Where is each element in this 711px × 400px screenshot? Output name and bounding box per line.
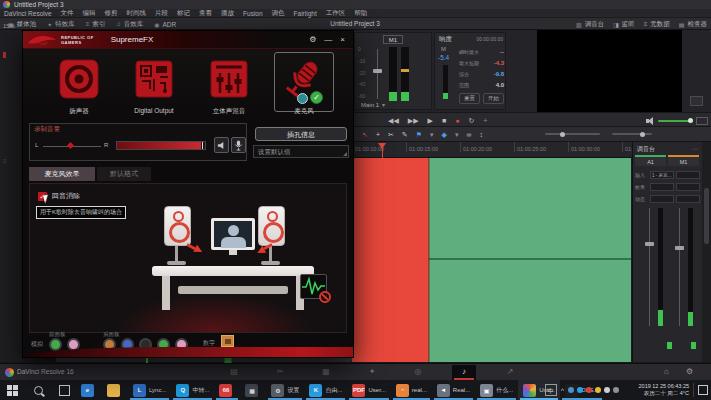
project-settings-icon[interactable]: ⚙ [686, 364, 693, 380]
panel-toggle-button[interactable]: ≡ 元数据 [644, 20, 670, 29]
toolbar-button[interactable]: ✦ 特效库 [47, 20, 75, 29]
channel-fader-handle[interactable] [675, 246, 684, 250]
start-button[interactable] [0, 380, 24, 400]
monitor-volume-handle[interactable] [688, 118, 693, 123]
settings-gear-icon[interactable]: ⚙ [309, 31, 316, 49]
home-icon[interactable]: ⌂ [664, 364, 669, 380]
timeline-tool-button[interactable]: ▾ [430, 127, 434, 142]
zoom-slider-v-handle[interactable] [640, 132, 645, 137]
menu-item[interactable]: 工作区 [326, 9, 346, 18]
mixer-cell[interactable] [650, 183, 674, 191]
timeline-tool-button[interactable]: ✎ [402, 127, 408, 142]
volume-slider[interactable] [116, 141, 206, 150]
tray-icon[interactable] [586, 387, 592, 393]
timeline-tool-button[interactable]: + [376, 127, 380, 142]
close-icon[interactable]: × [340, 31, 345, 49]
tray-icon[interactable] [595, 387, 601, 393]
spdif-jack-icon[interactable] [221, 335, 234, 347]
panel-toggle-button[interactable]: ◨ 监听 [613, 20, 635, 29]
menu-item[interactable]: 文件 [61, 9, 74, 18]
tray-icon[interactable] [613, 387, 619, 393]
monitor-volume-slider[interactable] [658, 120, 690, 122]
mixer-channel-tab[interactable]: M1 [668, 155, 699, 166]
page-tab[interactable]: ✦ [360, 365, 384, 380]
taskbar-app-button[interactable]: PDF User... [347, 380, 390, 400]
transport-button[interactable]: ▶▶ [408, 113, 419, 128]
tray-expand-icon[interactable]: ^ [561, 387, 564, 394]
timeline-tool-button[interactable]: ↕ [479, 127, 483, 142]
mixer-cell[interactable]: 1 - 麦克… [650, 171, 674, 179]
mixer-cell[interactable] [676, 171, 700, 179]
taskbar-app-button[interactable]: ▣ 什么... [475, 380, 518, 400]
menu-item[interactable]: 修剪 [105, 9, 118, 18]
bus-output-label[interactable]: Main 1 ▾ [357, 101, 431, 108]
zoom-slider-h[interactable] [545, 133, 600, 135]
timeline-tool-button[interactable]: ∞ [466, 127, 471, 142]
page-tab[interactable]: ♪ [452, 365, 476, 380]
zoom-slider-h-handle[interactable] [560, 132, 565, 137]
menu-item[interactable]: Fairlight [294, 10, 317, 17]
taskbar-app-button[interactable]: L Lync... [128, 380, 171, 400]
transport-button[interactable]: ● [455, 113, 459, 128]
page-tab[interactable]: ▦ [314, 365, 338, 380]
mixer-cell[interactable] [676, 183, 700, 191]
toolbar-button[interactable]: ◉ ADR [154, 21, 176, 28]
taskbar-app-button[interactable]: ⚙ 设置 [266, 380, 304, 400]
transport-button[interactable]: ↻ [468, 113, 474, 128]
timeline-tool-button[interactable]: ↖ [362, 127, 368, 142]
menu-item[interactable]: 标记 [177, 9, 190, 18]
toolbar-button[interactable]: ≡ 索引 [86, 20, 106, 29]
taskbar-app-button[interactable]: ▦ [240, 380, 266, 400]
tray-icon[interactable] [604, 387, 610, 393]
timeline-tool-button[interactable]: ✂ [388, 127, 394, 142]
mute-button[interactable] [214, 137, 229, 153]
loudness-button[interactable]: 重置 [459, 93, 480, 104]
taskbar-app-button[interactable]: ◔ real... [391, 380, 432, 400]
vertical-scrollbar[interactable] [702, 142, 711, 362]
task-view-button[interactable] [52, 380, 76, 400]
transport-button[interactable]: + [483, 113, 487, 128]
channel-fader-handle[interactable] [645, 242, 654, 246]
device-tab-speakers[interactable] [57, 57, 101, 101]
toolbar-button[interactable]: ♫ 音效库 [116, 20, 143, 29]
taskbar-app-button[interactable]: e [76, 380, 102, 400]
menu-item[interactable]: 时间线 [127, 9, 147, 18]
device-tab-digital-output[interactable] [132, 57, 176, 101]
jack-info-button[interactable]: 插孔信息 [255, 127, 347, 141]
more-options-icon[interactable]: ⋯ [692, 145, 698, 152]
vertical-scrollbar-thumb[interactable] [704, 188, 709, 244]
page-tab[interactable]: ▤ [222, 365, 246, 380]
page-tab[interactable]: ◎ [406, 365, 430, 380]
mixer-channel-tab[interactable]: A1 [635, 155, 666, 166]
menu-item[interactable]: 片段 [155, 9, 168, 18]
audio-clip-green[interactable] [429, 158, 631, 362]
search-button[interactable] [26, 380, 50, 400]
taskbar-app-button[interactable] [102, 380, 128, 400]
menu-item[interactable]: 播放 [221, 9, 234, 18]
taskbar-app-button[interactable]: K 自由... [304, 380, 347, 400]
mixer-cell[interactable] [676, 195, 700, 203]
mixer-cell[interactable] [650, 195, 674, 203]
set-default-dropdown[interactable]: 设置默认值 [253, 145, 349, 158]
taskbar-app-button[interactable]: ◄ Real... [432, 380, 475, 400]
taskbar-app-button[interactable]: Q 中转... [171, 380, 214, 400]
bus-fader-handle[interactable] [373, 69, 382, 73]
transport-button[interactable]: ■ [442, 113, 446, 128]
menu-item[interactable]: 编辑 [83, 9, 96, 18]
audio-jack-icon[interactable] [49, 338, 62, 351]
taskbar-clock[interactable]: 2019 12 25 06:43:25 农历二十 周二 4°C [623, 383, 689, 397]
timeline-tool-button[interactable]: ◆ [442, 127, 447, 142]
tab-default-format[interactable]: 默认格式 [97, 167, 151, 181]
minimize-icon[interactable]: — [324, 31, 332, 49]
audio-clip-red[interactable] [352, 158, 429, 362]
timeline-tool-button[interactable]: ▾ [455, 127, 459, 142]
loudness-button[interactable]: 开始 [483, 93, 504, 104]
menu-item[interactable]: Fusion [243, 10, 263, 17]
notification-center-icon[interactable] [698, 385, 708, 395]
panel-toggle-button[interactable]: ▤ 检查器 [679, 20, 707, 29]
dim-button[interactable] [696, 117, 708, 125]
taskbar-app-button[interactable]: 66 [214, 380, 240, 400]
mic-monitor-button[interactable] [231, 137, 246, 153]
tray-icon[interactable] [568, 387, 574, 393]
timeline-tool-button[interactable]: ⚑ [416, 127, 422, 142]
